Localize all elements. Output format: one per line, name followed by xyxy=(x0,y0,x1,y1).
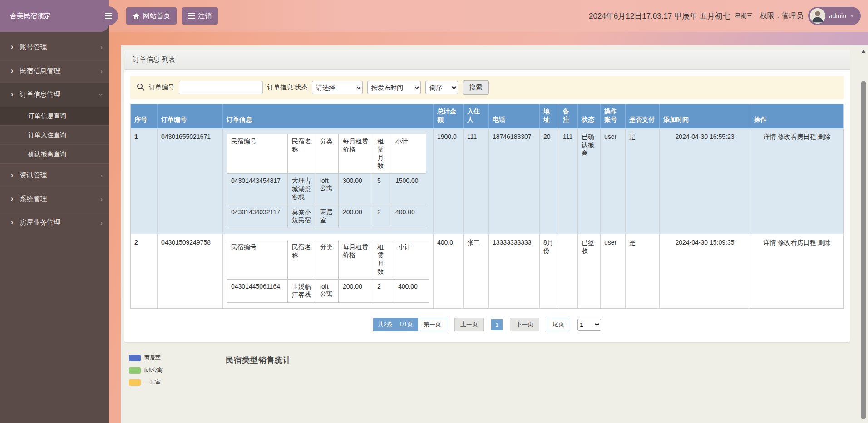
cell-phone: 18746183307 xyxy=(489,128,540,234)
ncol-homestay-name: 民宿名称 xyxy=(288,240,316,280)
status-select[interactable]: 请选择 xyxy=(312,81,363,94)
cell-account: user xyxy=(601,128,626,234)
col-seq: 序号 xyxy=(131,104,158,128)
legend-label: 两居室 xyxy=(144,354,161,362)
table-header-row: 序号 订单编号 订单信息 总计金额 入住人 电话 地址 备注 状态 操作账号 是… xyxy=(131,104,844,128)
search-button[interactable]: 搜索 xyxy=(463,80,489,95)
cell-remark xyxy=(559,234,578,309)
next-page-button[interactable]: 下一页 xyxy=(510,318,539,331)
logout-button[interactable]: 注销 xyxy=(182,7,218,25)
sidebar-toggle-button[interactable] xyxy=(99,6,118,25)
sidebar-subitem-label: 订单入住查询 xyxy=(28,131,66,139)
pagination-summary: 共2条 1/1页 xyxy=(373,318,418,331)
order-items-table: 民宿编号 民宿名称 分类 每月租赁价格 租赁月数 小计 043014434548… xyxy=(227,134,426,228)
datetime-text: 2024年6月12日17:03:17 甲辰年 五月初七 xyxy=(589,11,730,21)
item-subtotal: 1500.00 xyxy=(391,174,426,205)
home-button[interactable]: 网站首页 xyxy=(126,7,177,25)
home-button-label: 网站首页 xyxy=(143,12,170,20)
sidebar-item-system-mgmt[interactable]: › 系统管理 › xyxy=(0,187,109,211)
legend-item-loft[interactable]: loft公寓 xyxy=(129,366,163,374)
chevron-right-icon: › xyxy=(100,68,103,75)
item-months: 2 xyxy=(373,280,394,303)
col-order-no: 订单编号 xyxy=(158,104,223,128)
item-months: 5 xyxy=(373,174,391,205)
nested-header-row: 民宿编号 民宿名称 分类 每月租赁价格 租赁月数 小计 xyxy=(227,134,426,174)
scroll-up-arrow[interactable] xyxy=(861,50,866,53)
cell-paid: 是 xyxy=(626,234,660,309)
ncol-subtotal: 小计 xyxy=(394,240,429,280)
sidebar-item-housing-mgmt[interactable]: › 房屋业务管理 › xyxy=(0,211,109,234)
order-no-label: 订单编号 xyxy=(149,84,174,92)
col-phone: 电话 xyxy=(489,104,540,128)
ncol-monthly-rent: 每月租赁价格 xyxy=(339,240,373,280)
sidebar-item-news-mgmt[interactable]: › 资讯管理 › xyxy=(0,163,109,187)
first-page-button[interactable]: 第一页 xyxy=(418,318,447,331)
sort-field-select[interactable]: 按发布时间 xyxy=(367,81,421,94)
logout-button-label: 注销 xyxy=(198,12,212,20)
topbar: 网站首页 注销 2024年6月12日17:03:17 甲辰年 五月初七 星期三 … xyxy=(0,0,868,32)
vertical-scrollbar xyxy=(860,45,867,423)
delete-link[interactable]: 删除 xyxy=(818,133,830,140)
sidebar-item-order-mgmt[interactable]: › 订单信息管理 › xyxy=(0,83,109,106)
ncol-months: 租赁月数 xyxy=(373,240,394,280)
prev-page-button[interactable]: 上一页 xyxy=(454,318,484,331)
sidebar-subitem-order-checkin-query[interactable]: 订单入住查询 xyxy=(0,125,109,144)
orders-table: 序号 订单编号 订单信息 总计金额 入住人 电话 地址 备注 状态 操作账号 是… xyxy=(130,104,844,309)
delete-link[interactable]: 删除 xyxy=(818,239,830,246)
cell-total: 400.0 xyxy=(434,234,464,309)
sidebar-item-label: 账号管理 xyxy=(20,43,47,52)
chevron-right-icon: › xyxy=(11,67,13,74)
detail-link[interactable]: 详情 xyxy=(764,133,776,140)
scrollbar-thumb[interactable] xyxy=(861,81,866,419)
cell-status: 已签收 xyxy=(578,234,601,309)
order-no-input[interactable] xyxy=(179,81,263,94)
sidebar-subitem-order-info-query[interactable]: 订单信息查询 xyxy=(0,106,109,125)
permission-text: 权限：管理员 xyxy=(760,11,804,21)
last-page-button[interactable]: 尾页 xyxy=(547,318,570,331)
panel-body: 订单编号 订单信息 状态 请选择 按发布时间 倒序 搜索 xyxy=(124,70,850,342)
table-row: 1 04301655021671 民宿编号 民宿名称 xyxy=(131,128,844,234)
col-remark: 备注 xyxy=(559,104,578,128)
weekday-text: 星期三 xyxy=(735,12,753,20)
sidebar-item-label: 系统管理 xyxy=(20,195,47,203)
current-page-button[interactable]: 1 xyxy=(491,319,503,330)
legend-label: loft公寓 xyxy=(144,366,163,374)
search-icon xyxy=(137,83,144,92)
legend-item-two-bedroom[interactable]: 两居室 xyxy=(129,354,163,362)
avatar xyxy=(810,8,825,24)
order-item-row: 04301443454817 大理古城湖景客栈 loft公寓 300.00 5 … xyxy=(227,174,426,205)
detail-link[interactable]: 详情 xyxy=(764,239,776,246)
cell-added-time: 2024-04-30 15:09:35 xyxy=(660,234,750,309)
item-homestay-no: 04301443454817 xyxy=(227,174,288,205)
topbar-right: 2024年6月12日17:03:17 甲辰年 五月初七 星期三 权限：管理员 a… xyxy=(589,7,861,25)
cell-address: 8月份 xyxy=(540,234,559,309)
admin-menu[interactable]: admin xyxy=(808,7,861,25)
sidebar-subitem-moveout-confirm-query[interactable]: 确认搬离查询 xyxy=(0,144,109,163)
edit-viewing-schedule-link[interactable]: 修改看房日程 xyxy=(778,239,816,246)
page-number-select[interactable]: 1 xyxy=(577,319,601,331)
item-homestay-name: 玉溪临江客栈 xyxy=(288,280,316,303)
item-homestay-name: 大理古城湖景客栈 xyxy=(288,174,316,205)
ncol-subtotal: 小计 xyxy=(391,134,426,174)
item-monthly-rent: 300.00 xyxy=(339,174,373,205)
sort-order-select[interactable]: 倒序 xyxy=(425,81,458,94)
edit-viewing-schedule-link[interactable]: 修改看房日程 xyxy=(778,133,816,140)
cell-order-no: 04301509249758 xyxy=(158,234,223,309)
cell-address: 20 xyxy=(540,128,559,234)
cell-order-no: 04301655021671 xyxy=(158,128,223,234)
sidebar-item-account-mgmt[interactable]: › 账号管理 › xyxy=(0,35,109,59)
sidebar-item-label: 资讯管理 xyxy=(20,171,47,180)
page-info: 1/1页 xyxy=(399,320,413,329)
chevron-right-icon: › xyxy=(100,172,103,179)
item-homestay-no: 04301434032117 xyxy=(227,205,288,228)
col-occupant: 入住人 xyxy=(464,104,489,128)
ncol-category: 分类 xyxy=(316,134,339,174)
legend-item-one-bedroom[interactable]: 一居室 xyxy=(129,379,163,386)
cell-seq: 2 xyxy=(131,234,158,309)
cell-order-info: 民宿编号 民宿名称 分类 每月租赁价格 租赁月数 小计 043014450611… xyxy=(223,234,434,309)
item-homestay-name: 莫奈小筑民宿 xyxy=(288,205,316,228)
item-months: 2 xyxy=(373,205,391,228)
sidebar-item-homestay-mgmt[interactable]: › 民宿信息管理 › xyxy=(0,59,109,83)
ncol-homestay-no: 民宿编号 xyxy=(227,134,288,174)
sidebar-item-label: 订单信息管理 xyxy=(20,90,60,99)
